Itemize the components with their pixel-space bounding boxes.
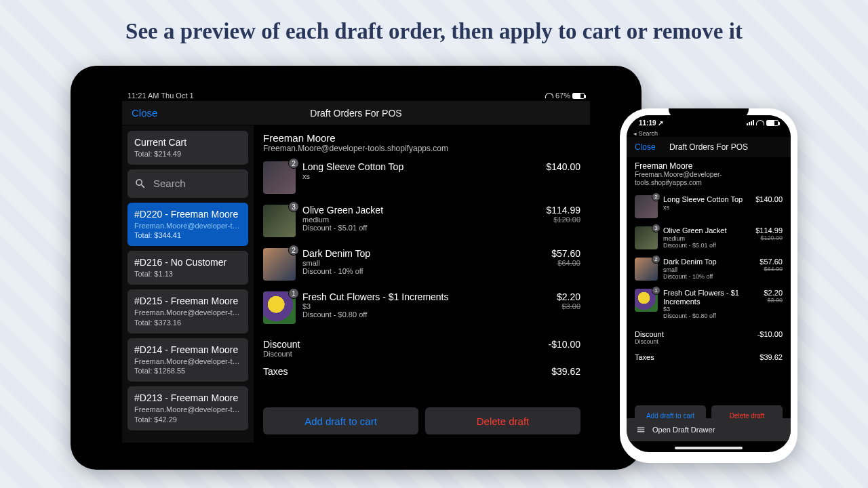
draft-email: Freeman.Moore@developer-t… [134,357,241,367]
discount-row: Discount Discount -$10.00 [254,335,590,362]
item-original-price: $3.00 [764,297,783,304]
taxes-value: $39.62 [760,353,783,361]
item-variant: xs [302,172,539,180]
search-icon [134,178,146,190]
ipad-nav-bar: Close Draft Orders For POS [122,101,590,125]
close-button[interactable]: Close [132,107,157,119]
discount-row: Discount Discount -$10.00 [635,326,783,349]
draft-list-item[interactable]: #D216 - No CustomerTotal: $1.13 [127,251,248,285]
item-name: Dark Denim Top [302,248,545,259]
item-price: $57.60 [760,258,783,266]
item-discount: Discount - $5.01 off [302,224,539,232]
draft-title: #D220 - Freeman Moore [134,208,241,221]
line-item[interactable]: 2Long Sleeve Cotton Topxs$140.00 [254,156,590,199]
item-variant: xs [663,204,750,211]
item-original-price: $64.00 [551,259,580,267]
home-indicator [675,447,743,449]
customer-email: Freeman.Moore@developer-tools.shopifyapp… [263,144,580,153]
item-price: $2.20 [764,289,783,297]
item-price: $114.99 [755,226,783,235]
search-input[interactable]: Search [127,169,248,198]
item-price: $114.99 [546,205,580,216]
draft-sidebar: Current Cart Total: $214.49 Search #D220… [122,125,254,443]
item-original-price: $64.00 [760,266,783,272]
current-cart-total: Total: $214.49 [134,149,241,159]
product-thumb: 2 [635,258,658,281]
iphone-status-bar: 11:19 ↗ [627,115,791,130]
discount-sub: Discount [263,350,300,358]
item-name: Fresh Cut Flowers - $1 Increments [663,289,758,306]
item-name: Long Sleeve Cotton Top [302,161,539,172]
iphone-device: 11:19 ↗ ◂ Search Close Draft Orders For … [620,108,797,463]
product-thumb: 1 [635,289,658,312]
current-cart-card[interactable]: Current Cart Total: $214.49 [127,131,248,165]
item-variant: $3 [663,306,758,312]
draft-email: Freeman.Moore@developer-t… [134,405,241,415]
draft-list-item[interactable]: #D213 - Freeman MooreFreeman.Moore@devel… [127,386,248,430]
wifi-icon [756,120,764,125]
item-name: Fresh Cut Flowers - $1 Increments [302,291,550,302]
product-thumb: 2 [635,195,658,218]
product-thumb: 2 [263,248,296,281]
draft-total: Total: $1.13 [134,269,241,279]
taxes-value: $39.62 [551,366,580,377]
line-item[interactable]: 3Olive Green JacketmediumDiscount - $5.0… [254,199,590,243]
item-price: $2.20 [557,291,580,302]
draft-list-item[interactable]: #D220 - Freeman MooreFreeman.Moore@devel… [127,203,248,247]
qty-badge: 3 [288,201,299,212]
item-original-price: $120.00 [546,216,580,224]
item-original-price: $3.00 [557,302,580,310]
open-draft-drawer-button[interactable]: Open Draft Drawer [627,418,791,441]
back-to-search-link[interactable]: ◂ Search [627,130,791,137]
screen-title: Draft Orders For POS [669,142,748,152]
close-button[interactable]: Close [635,142,656,152]
draft-total: Total: $373.16 [134,318,241,328]
product-thumb: 3 [635,226,658,249]
ipad-status-time: 11:21 AM Thu Oct 1 [127,92,194,100]
item-variant: small [663,266,754,273]
draft-list-item[interactable]: #D214 - Freeman MooreFreeman.Moore@devel… [127,338,248,382]
draft-total: Total: $1268.55 [134,366,241,376]
taxes-label: Taxes [263,366,288,377]
taxes-label: Taxes [635,353,654,361]
draft-total: Total: $344.41 [134,230,241,241]
add-draft-to-cart-button[interactable]: Add draft to cart [263,407,418,434]
line-item[interactable]: 2Dark Denim TopsmallDiscount - 10% off$5… [635,253,783,285]
draft-total: Total: $42.29 [134,415,241,425]
search-placeholder: Search [153,178,186,189]
qty-badge: 2 [652,255,660,264]
product-thumb: 2 [263,161,296,194]
customer-email: Freeman.Moore@developer-tools.shopifyapp… [635,171,783,187]
menu-icon [636,425,646,434]
item-discount: Discount - $5.01 off [663,242,750,249]
qty-badge: 1 [652,286,660,295]
draft-title: #D215 - Freeman Moore [134,295,241,308]
item-price: $57.60 [551,248,580,259]
draft-email: Freeman.Moore@developer-t… [134,308,241,318]
customer-name: Freeman Moore [635,161,783,171]
drawer-label: Open Draft Drawer [652,426,715,434]
ipad-device: 11:21 AM Thu Oct 1 67% Close Draft Order… [71,66,642,470]
customer-name: Freeman Moore [263,132,580,144]
iphone-nav-bar: Close Draft Orders For POS [627,137,791,157]
line-item[interactable]: 2Dark Denim TopsmallDiscount - 10% off$5… [254,243,590,286]
iphone-status-time: 11:19 ↗ [639,119,663,127]
draft-list-item[interactable]: #D215 - Freeman MooreFreeman.Moore@devel… [127,289,248,333]
qty-badge: 1 [288,288,299,299]
item-variant: small [302,259,545,267]
draft-title: #D216 - No Customer [134,256,241,269]
line-item[interactable]: 3Olive Green JacketmediumDiscount - $5.0… [635,222,783,253]
current-cart-label: Current Cart [134,136,241,149]
delete-draft-button[interactable]: Delete draft [425,407,580,434]
line-item[interactable]: 2Long Sleeve Cotton Topxs$140.00 [635,191,783,222]
line-item[interactable]: 1Fresh Cut Flowers - $1 Increments$3Disc… [254,286,590,329]
draft-title: #D213 - Freeman Moore [134,392,241,405]
draft-email: Freeman.Moore@developer-t… [134,221,241,231]
item-original-price: $120.00 [755,235,783,241]
item-name: Olive Green Jacket [663,226,750,235]
item-discount: Discount - $0.80 off [302,310,550,319]
item-discount: Discount - $0.80 off [663,312,758,319]
product-thumb: 3 [263,205,296,237]
line-item[interactable]: 1Fresh Cut Flowers - $1 Increments$3Disc… [635,285,783,323]
draft-detail: Freeman Moore Freeman.Moore@developer-to… [254,125,590,443]
